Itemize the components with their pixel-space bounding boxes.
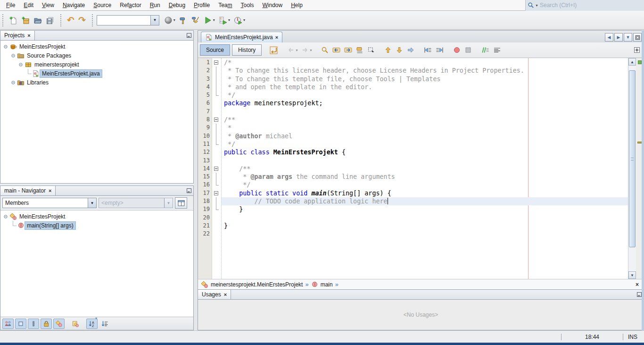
collapse-fold-icon[interactable] — [214, 191, 218, 195]
code-line-20[interactable] — [222, 214, 628, 222]
find-previous-button[interactable] — [331, 45, 342, 55]
toggle-bookmark-button[interactable] — [405, 45, 416, 55]
split-document-button[interactable] — [632, 45, 642, 55]
line-number[interactable]: 20 — [198, 214, 210, 222]
show-anonymous-inner-classes-button[interactable] — [70, 319, 81, 329]
code-line-6[interactable]: package meinerstesprojekt; — [222, 99, 628, 107]
debug-project-button[interactable]: ▾ — [217, 15, 232, 26]
line-number[interactable]: 13 — [198, 157, 210, 165]
code-line-18[interactable]: // TODO code application logic here — [222, 197, 628, 205]
menu-run[interactable]: Run — [146, 0, 165, 10]
last-edit-location-button[interactable] — [268, 45, 279, 56]
breadcrumb-item-main[interactable]: main — [311, 281, 333, 288]
line-number[interactable]: 6 — [198, 99, 210, 107]
menu-help[interactable]: Help — [287, 0, 307, 10]
code-line-3[interactable]: * To change this template file, choose T… — [222, 75, 628, 83]
line-number[interactable]: 16 — [198, 181, 210, 189]
fold-toggle[interactable] — [212, 116, 221, 124]
find-next-button[interactable] — [343, 45, 354, 55]
project-node-meinerstesprojekt[interactable]: MeinErstesProjekt — [0, 42, 193, 51]
line-number[interactable]: 12 — [198, 148, 210, 156]
tree-collapse-handle[interactable] — [2, 214, 9, 219]
save-all-button[interactable] — [44, 15, 56, 26]
navigator-scope-select[interactable]: Members ▼ — [2, 198, 97, 208]
project-configuration-select[interactable]: ▼ — [97, 15, 159, 25]
menu-source[interactable]: Source — [89, 0, 116, 10]
code-line-16[interactable]: */ — [222, 181, 628, 189]
code-line-10[interactable]: * @author michael — [222, 132, 628, 140]
line-number[interactable]: 22 — [198, 230, 210, 238]
toggle-highlight-search-button[interactable] — [355, 45, 365, 55]
minimize-button[interactable] — [185, 31, 193, 40]
menu-refactor[interactable]: Refactor — [116, 0, 145, 10]
search-input[interactable] — [540, 0, 644, 10]
code-line-21[interactable]: } — [222, 222, 628, 230]
menu-profile[interactable]: Profile — [190, 0, 214, 10]
line-number[interactable]: 21 — [198, 222, 210, 230]
no-errors-indicator[interactable] — [638, 60, 642, 64]
line-number[interactable]: 9 — [198, 124, 210, 132]
tree-expand-handle[interactable] — [10, 80, 17, 85]
code-line-4[interactable]: * and open the template in the editor. — [222, 83, 628, 91]
code-line-5[interactable]: */ — [222, 91, 628, 99]
comment-button[interactable] — [480, 45, 491, 55]
project-node-meinerstesprojekt-java[interactable]: MeinErstesProjekt.java — [0, 69, 193, 78]
show-non-public-members-button[interactable] — [41, 319, 52, 329]
code-line-1[interactable]: /* — [222, 59, 628, 67]
show-fields-button[interactable] — [15, 319, 26, 329]
scroll-tabs-right-button[interactable]: ▶ — [614, 33, 623, 42]
scrollbar-thumb[interactable] — [629, 70, 636, 247]
line-number-gutter[interactable]: 12345678910111213141516171819202122 — [198, 58, 212, 279]
code-fold-column[interactable] — [212, 58, 222, 279]
project-node-source-packages[interactable]: Source Packages — [0, 51, 193, 60]
project-configuration-button[interactable]: ▾ — [162, 15, 177, 26]
collapse-fold-icon[interactable] — [214, 118, 218, 122]
line-number[interactable]: 8 — [198, 116, 210, 124]
undo-button[interactable]: ↶ — [65, 15, 76, 26]
find-selection-button[interactable] — [320, 45, 330, 55]
tab-navigator[interactable]: main - Navigator × — [0, 186, 56, 195]
line-number[interactable]: 4 — [198, 83, 210, 91]
tree-collapse-handle[interactable] — [17, 62, 24, 67]
tab-projects[interactable]: Projects × — [0, 31, 35, 40]
project-node-meinerstesprojekt[interactable]: meinerstesprojekt — [0, 60, 193, 69]
editor-scrollbar[interactable]: ▲ ▼ — [628, 58, 636, 279]
tree-collapse-handle[interactable] — [10, 53, 17, 58]
run-project-button[interactable]: ▾ — [202, 15, 217, 26]
sort-by-source-button[interactable] — [99, 319, 110, 329]
breadcrumb-chevron-icon[interactable]: » — [305, 281, 308, 288]
menu-tools[interactable]: Tools — [236, 0, 258, 10]
view-toggle-history[interactable]: History — [232, 44, 262, 56]
toolbar-grip[interactable] — [60, 14, 62, 27]
fold-toggle[interactable] — [212, 189, 221, 197]
show-static-members-button[interactable] — [28, 319, 39, 329]
breadcrumb-item-meinerstesprojekt-meinerstesprojekt[interactable]: meinerstesprojekt.MeinErstesProjekt — [201, 281, 303, 288]
forward-button[interactable]: ▾ — [300, 45, 313, 55]
line-number[interactable]: 7 — [198, 108, 210, 116]
line-number[interactable]: 15 — [198, 173, 210, 181]
shift-line-left-button[interactable] — [422, 45, 433, 55]
code-line-7[interactable] — [222, 108, 628, 116]
stop-macro-recording-button[interactable] — [463, 45, 473, 55]
project-node-libraries[interactable]: Libraries — [0, 78, 193, 87]
code-line-22[interactable] — [222, 230, 628, 238]
profile-project-button[interactable]: ▾ — [232, 15, 247, 26]
line-number[interactable]: 3 — [198, 75, 210, 83]
show-inherited-members-button[interactable] — [2, 319, 14, 329]
code-line-19[interactable]: } — [222, 205, 628, 213]
line-number[interactable]: 18 — [198, 197, 210, 205]
code-text-area[interactable]: /* * To change this license header, choo… — [222, 58, 628, 279]
close-icon[interactable]: × — [49, 188, 51, 194]
tab-meinerstesprojekt-java[interactable]: MeinErstesProjekt.java × — [201, 32, 282, 42]
code-line-15[interactable]: * @param args the command line arguments — [222, 173, 628, 181]
line-number[interactable]: 1 — [198, 59, 210, 67]
build-project-button[interactable] — [177, 15, 190, 26]
menu-window[interactable]: Window — [258, 0, 287, 10]
scroll-up-icon[interactable]: ▲ — [628, 58, 636, 66]
redo-button[interactable]: ↷ — [76, 15, 88, 26]
shift-line-right-button[interactable] — [434, 45, 445, 55]
code-line-11[interactable]: */ — [222, 140, 628, 148]
collapse-filterbar-icon[interactable]: ▼ — [95, 317, 98, 320]
code-line-8[interactable]: /** — [222, 116, 628, 124]
code-line-14[interactable]: /** — [222, 165, 628, 173]
